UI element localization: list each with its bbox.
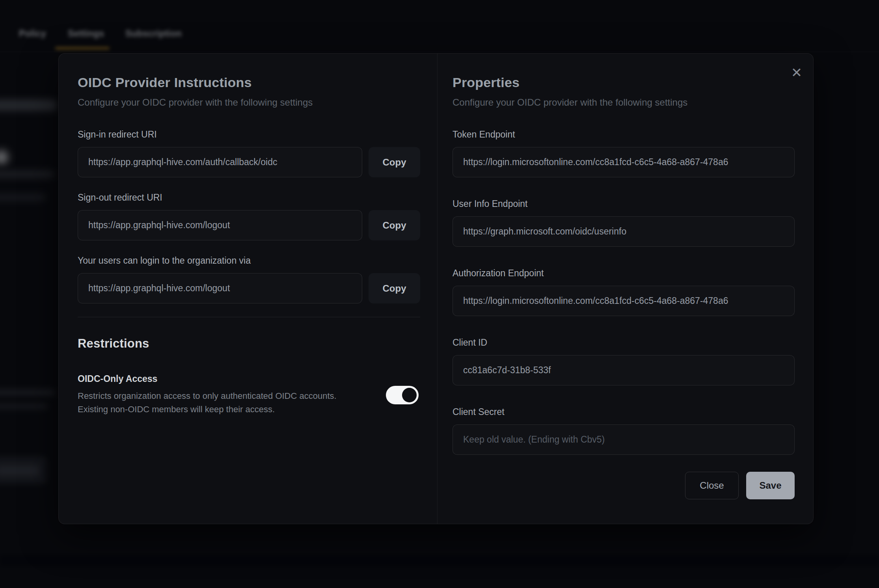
left-column-title: OIDC Provider Instructions xyxy=(78,75,252,90)
signout-redirect-label: Sign-out redirect URI xyxy=(78,192,162,203)
right-column-title: Properties xyxy=(453,75,520,90)
oidc-settings-dialog: ✕ OIDC Provider Instructions Configure y… xyxy=(58,53,814,524)
restrictions-heading: Restrictions xyxy=(78,337,149,351)
client-secret-input[interactable] xyxy=(453,424,795,455)
close-icon[interactable]: ✕ xyxy=(787,63,806,82)
left-column-subtitle: Configure your OIDC provider with the fo… xyxy=(78,97,313,108)
signin-redirect-input[interactable] xyxy=(78,147,362,177)
signout-redirect-input[interactable] xyxy=(78,210,362,240)
client-id-label: Client ID xyxy=(453,337,487,348)
login-via-input[interactable] xyxy=(78,273,362,303)
copy-signin-button[interactable]: Copy xyxy=(369,147,420,177)
toggle-thumb xyxy=(402,388,417,402)
copy-login-via-button[interactable]: Copy xyxy=(369,273,420,303)
oidc-only-access-toggle[interactable] xyxy=(386,386,419,404)
oidc-only-access-label: OIDC-Only Access xyxy=(78,374,157,384)
token-endpoint-input[interactable] xyxy=(453,147,795,177)
authorization-endpoint-input[interactable] xyxy=(453,286,795,316)
login-via-label: Your users can login to the organization… xyxy=(78,255,251,266)
signin-redirect-label: Sign-in redirect URI xyxy=(78,129,157,140)
client-id-input[interactable] xyxy=(453,355,795,385)
oidc-only-access-description-1: Restricts organization access to only au… xyxy=(78,389,337,403)
close-button[interactable]: Close xyxy=(685,472,739,499)
copy-signout-button[interactable]: Copy xyxy=(369,210,420,240)
right-column-subtitle: Configure your OIDC provider with the fo… xyxy=(453,97,687,108)
client-secret-label: Client Secret xyxy=(453,407,505,417)
section-divider xyxy=(78,317,420,317)
token-endpoint-label: Token Endpoint xyxy=(453,129,515,140)
authorization-endpoint-label: Authorization Endpoint xyxy=(453,268,544,279)
column-divider xyxy=(437,54,438,524)
save-button[interactable]: Save xyxy=(746,472,795,499)
userinfo-endpoint-label: User Info Endpoint xyxy=(453,199,528,209)
userinfo-endpoint-input[interactable] xyxy=(453,216,795,247)
oidc-only-access-description-2: Existing non-OIDC members will keep thei… xyxy=(78,403,275,416)
